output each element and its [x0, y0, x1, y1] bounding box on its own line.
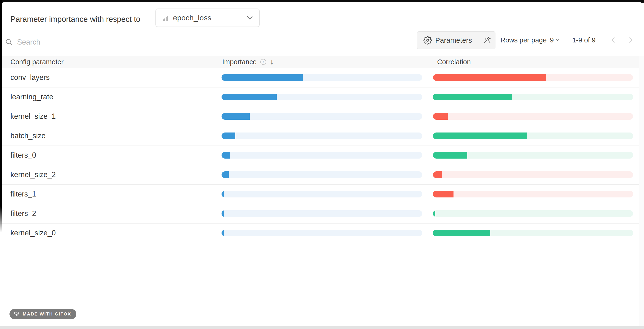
table-row[interactable]: conv_layers [0, 68, 639, 88]
correlation-bar-track [433, 191, 633, 197]
chevron-down-icon [246, 16, 253, 20]
window-bottom-edge [0, 326, 644, 329]
sort-descending-icon[interactable]: ↓ [270, 56, 274, 68]
importance-bar-track [222, 133, 422, 139]
correlation-bar-fill [433, 210, 435, 217]
table-row[interactable]: kernel_size_1 [0, 107, 639, 126]
rows-per-page-value: 9 [550, 36, 554, 44]
chevron-left-icon [610, 36, 616, 44]
importance-bar-fill [222, 94, 277, 100]
parameter-name: filters_2 [10, 204, 36, 223]
parameter-name: batch_size [10, 126, 46, 145]
correlation-bar-fill [433, 171, 442, 178]
importance-bar-track [222, 152, 422, 159]
importance-bar-fill [222, 113, 250, 120]
next-page-button[interactable] [628, 36, 634, 44]
search-icon [5, 38, 13, 46]
bar-chart-icon [162, 14, 169, 21]
table-row[interactable]: filters_0 [0, 146, 639, 165]
parameter-name: filters_0 [10, 146, 36, 165]
metric-select[interactable]: epoch_loss [156, 9, 260, 27]
page-range: 1-9 of 9 [572, 36, 596, 44]
parameters-button-group: Parameters [417, 31, 496, 49]
table-row[interactable]: kernel_size_2 [0, 165, 639, 185]
importance-bar-fill [222, 230, 224, 236]
correlation-bar-track [433, 152, 633, 159]
importance-bar-track [222, 171, 422, 178]
magic-wand-icon [482, 36, 492, 45]
window-left-edge [0, 0, 2, 232]
column-config-parameter: Config parameter [10, 56, 64, 68]
importance-bar-fill [222, 133, 235, 139]
table-row[interactable]: kernel_size_0 [0, 223, 639, 243]
magic-wand-button[interactable] [478, 32, 495, 49]
importance-bar-track [222, 94, 422, 100]
rows-per-page-select[interactable]: 9 [550, 36, 560, 44]
search-box [5, 35, 150, 50]
importance-bar-track [222, 113, 422, 120]
parameter-name: kernel_size_0 [10, 223, 56, 242]
gear-icon [424, 36, 432, 45]
correlation-bar-fill [433, 113, 448, 120]
panel-title: Parameter importance with respect to [10, 15, 140, 24]
parameter-name: conv_layers [10, 68, 50, 87]
table-row[interactable]: filters_2 [0, 204, 639, 223]
importance-bar-fill [222, 191, 224, 197]
importance-bar-fill [222, 171, 229, 178]
correlation-bar-fill [433, 74, 546, 81]
column-correlation: Correlation [437, 56, 471, 68]
correlation-bar-track [433, 230, 633, 236]
info-icon[interactable]: i [260, 59, 266, 65]
importance-bar-track [222, 74, 422, 81]
fox-icon [13, 311, 20, 317]
pagination-bar: Rows per page 9 1-9 of 9 [500, 31, 639, 49]
scrollbar-gutter[interactable] [639, 56, 644, 326]
parameter-importance-panel: Parameter importance with respect to epo… [0, 2, 644, 329]
correlation-bar-fill [433, 191, 454, 197]
correlation-bar-track [433, 171, 633, 178]
correlation-bar-fill [433, 230, 490, 236]
table-row[interactable]: learning_rate [0, 88, 639, 107]
chevron-right-icon [628, 36, 634, 44]
correlation-bar-track [433, 113, 633, 120]
importance-bar-track [222, 230, 422, 236]
parameters-button[interactable]: Parameters [417, 32, 478, 49]
gifox-badge[interactable]: MADE WITH GIFOX [10, 309, 76, 319]
svg-text:i: i [263, 60, 264, 64]
correlation-bar-track [433, 74, 633, 81]
parameter-name: kernel_size_2 [10, 165, 56, 184]
table-row[interactable]: filters_1 [0, 185, 639, 204]
metric-value: epoch_loss [173, 14, 211, 22]
importance-bar-track [222, 191, 422, 197]
importance-bar-fill [222, 152, 230, 159]
parameter-table-body: conv_layerslearning_ratekernel_size_1bat… [0, 68, 639, 243]
parameter-name: kernel_size_1 [10, 107, 56, 126]
correlation-bar-track [433, 133, 633, 139]
table-header: Config parameter Importance i ↓ Correlat… [0, 56, 644, 68]
previous-page-button[interactable] [610, 36, 616, 44]
correlation-bar-fill [433, 133, 527, 139]
parameter-name: learning_rate [10, 88, 53, 106]
table-row[interactable]: batch_size [0, 126, 639, 146]
importance-bar-track [222, 210, 422, 217]
correlation-bar-fill [433, 152, 467, 159]
importance-bar-fill [222, 210, 224, 217]
correlation-bar-track [433, 94, 633, 100]
search-input[interactable] [16, 38, 150, 47]
chevron-down-icon [555, 38, 560, 42]
parameters-button-label: Parameters [435, 36, 472, 44]
parameter-name: filters_1 [10, 185, 36, 204]
correlation-bar-track [433, 210, 633, 217]
importance-bar-fill [222, 74, 303, 81]
column-importance[interactable]: Importance i ↓ [222, 56, 274, 68]
rows-per-page-label: Rows per page [500, 36, 546, 44]
correlation-bar-fill [433, 94, 512, 100]
gifox-badge-label: MADE WITH GIFOX [23, 311, 71, 317]
